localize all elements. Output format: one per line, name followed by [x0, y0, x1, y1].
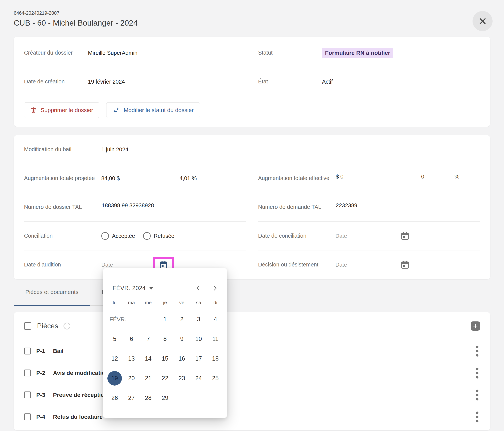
plus-icon	[473, 323, 478, 329]
summary-row-1: Créateur du dossier Mireille SuperAdmin …	[24, 38, 480, 67]
select-all-checkbox[interactable]	[24, 322, 31, 330]
weekday-label: ma	[123, 298, 140, 307]
close-button[interactable]	[473, 11, 493, 31]
decision-label: Décision ou désistement	[258, 261, 335, 269]
radio-refusee[interactable]	[143, 232, 151, 240]
day-cell-6[interactable]: 6	[123, 329, 140, 349]
table-row: P-1Bail	[24, 340, 480, 362]
decision-date-field[interactable]: Date	[335, 257, 417, 272]
conciliation-label: Conciliation	[24, 232, 101, 240]
close-icon	[478, 17, 487, 25]
row-menu-kebab-icon[interactable]	[474, 388, 480, 402]
row-menu-kebab-icon[interactable]	[474, 410, 480, 424]
dossier-tal-label: Numéro de dossier TAL	[24, 203, 101, 211]
datepicker-divider	[103, 309, 227, 309]
pieces-list: P-1BailP-2Avis de modificatioP-3Preuve d…	[24, 340, 480, 428]
row-menu-kebab-icon[interactable]	[474, 366, 480, 380]
table-row: P-4Refus du locataire	[24, 406, 480, 428]
day-cell-11[interactable]: 11	[207, 329, 224, 349]
day-cell-12[interactable]: 12	[106, 349, 123, 368]
next-month-button[interactable]	[211, 284, 219, 292]
day-cell-15[interactable]: 15	[157, 349, 173, 368]
effective-percent-input[interactable]: 0 %	[421, 174, 460, 183]
day-cell-18[interactable]: 18	[207, 349, 224, 368]
day-cell-28[interactable]: 28	[140, 388, 157, 408]
row-checkbox[interactable]	[24, 392, 31, 398]
creator-value: Mireille SuperAdmin	[88, 50, 137, 56]
pieces-header: Pièces i	[24, 312, 480, 340]
day-cell-17[interactable]: 17	[190, 349, 207, 368]
weekday-label: je	[157, 298, 173, 307]
created-label: Date de création	[24, 77, 88, 86]
table-row: P-2Avis de modificatio	[24, 362, 480, 384]
change-status-button[interactable]: Modifier le statut du dossier	[106, 102, 200, 118]
details-card: Modification du bail 1 juin 2024 Augment…	[14, 135, 490, 279]
previous-month-button[interactable]	[195, 284, 202, 292]
day-cell-7[interactable]: 7	[140, 329, 157, 349]
day-cell-5[interactable]: 5	[106, 329, 123, 349]
piece-label: Refus du locataire	[53, 414, 103, 420]
piece-code: P-2	[36, 370, 53, 376]
day-cell-26[interactable]: 26	[106, 388, 123, 408]
weekday-label: sa	[190, 298, 207, 307]
day-cell-empty	[123, 309, 140, 329]
delete-dossier-button[interactable]: Supprimer le dossier	[24, 102, 99, 118]
delete-dossier-label: Supprimer le dossier	[41, 107, 93, 113]
calendar-icon[interactable]	[401, 231, 409, 240]
row-checkbox[interactable]	[24, 413, 31, 420]
datepicker-popup: FÉVR. 2024 lumamejevesadi FÉVR. 12345678…	[103, 268, 227, 418]
day-cell-16[interactable]: 16	[173, 349, 190, 368]
piece-code: P-1	[36, 348, 53, 354]
swap-arrows-icon	[113, 107, 120, 114]
radio-acceptee[interactable]	[101, 232, 109, 240]
weekday-label: ve	[173, 298, 190, 307]
trash-icon	[30, 107, 37, 113]
day-cell-2[interactable]: 2	[173, 309, 190, 329]
day-cell-22[interactable]: 22	[157, 368, 173, 388]
day-cell-3[interactable]: 3	[190, 309, 207, 329]
day-cell-25[interactable]: 25	[207, 368, 224, 388]
calendar-grid: FÉVR. 1234567891011121314151617181920212…	[103, 309, 227, 408]
audition-date-label: Date d’audition	[24, 261, 101, 269]
piece-label: Avis de modificatio	[53, 370, 105, 376]
conciliation-date-field[interactable]: Date	[335, 228, 417, 244]
day-cell-13[interactable]: 13	[123, 349, 140, 368]
calendar-icon[interactable]	[401, 260, 409, 269]
day-cell-empty	[106, 309, 123, 329]
row-menu-kebab-icon[interactable]	[474, 344, 480, 358]
weekday-row: lumamejevesadi	[103, 298, 227, 307]
tab-pieces-et-documents[interactable]: Pièces et documents	[14, 279, 90, 306]
day-cell-14[interactable]: 14	[140, 349, 157, 368]
day-cell-empty	[173, 388, 190, 408]
demande-tal-label: Numéro de demande TAL	[258, 203, 335, 211]
day-cell-23[interactable]: 23	[173, 368, 190, 388]
add-piece-button[interactable]	[471, 321, 480, 330]
state-value: Actif	[322, 79, 333, 85]
projected-percent: 4,01 %	[180, 175, 197, 182]
day-cell-9[interactable]: 9	[173, 329, 190, 349]
month-year-label[interactable]: FÉVR. 2024	[113, 285, 146, 292]
day-cell-27[interactable]: 27	[123, 388, 140, 408]
effective-amount-input[interactable]: $ 0	[335, 174, 413, 183]
day-cell-4[interactable]: 4	[207, 309, 224, 329]
day-cell-10[interactable]: 10	[190, 329, 207, 349]
day-cell-29[interactable]: 29	[157, 388, 173, 408]
day-cell-1[interactable]: 1	[157, 309, 173, 329]
change-status-label: Modifier le statut du dossier	[124, 107, 194, 113]
summary-row-2: Date de création 19 février 2024 État Ac…	[24, 67, 480, 96]
conciliation-date-placeholder: Date	[335, 233, 347, 239]
day-cell-8[interactable]: 8	[157, 329, 173, 349]
table-row: P-3Preuve de réceptio	[24, 384, 480, 406]
row-checkbox[interactable]	[24, 369, 31, 376]
weekday-label: lu	[106, 298, 123, 307]
pieces-title: Pièces	[37, 322, 58, 330]
chevron-down-icon[interactable]	[149, 287, 153, 290]
day-cell-24[interactable]: 24	[190, 368, 207, 388]
day-cell-21[interactable]: 21	[140, 368, 157, 388]
demande-tal-input[interactable]: 2232389	[335, 202, 413, 212]
day-cell-19[interactable]: 19	[106, 368, 123, 388]
row-checkbox[interactable]	[24, 348, 31, 354]
dossier-tal-input[interactable]: 188398 99 32938928	[101, 202, 182, 212]
day-cell-20[interactable]: 20	[123, 368, 140, 388]
page: 6464-20240219-2007 CUB - 60 - Michel Bou…	[0, 0, 504, 431]
